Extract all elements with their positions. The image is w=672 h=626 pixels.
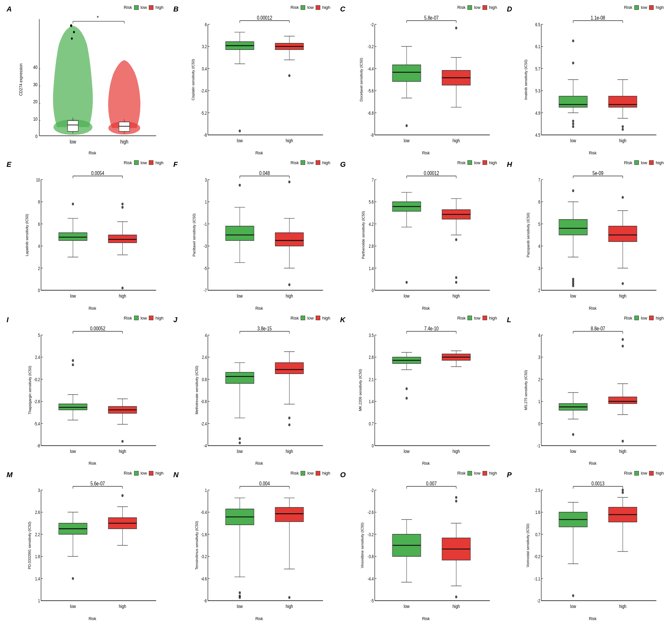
svg-text:low: low (570, 293, 576, 298)
svg-text:0.8: 0.8 (202, 377, 207, 382)
svg-text:7.4e-10: 7.4e-10 (424, 325, 439, 331)
svg-text:2.8: 2.8 (368, 355, 374, 360)
legend: Risk low high (124, 160, 163, 165)
risk-label: Risk (124, 471, 132, 476)
high-label: high (155, 471, 164, 476)
panel-title-I: I (6, 316, 8, 324)
low-label: low (307, 471, 314, 476)
svg-A: 0 10 20 30 40 low high (18, 10, 167, 149)
ylabel-P: Vorinostat sensitivity (IC50) (526, 524, 530, 567)
high-color-box (649, 160, 654, 165)
low-color-box (467, 160, 472, 165)
svg-point-489 (288, 596, 290, 599)
svg-point-132 (622, 125, 624, 128)
svg-text:high: high (452, 604, 460, 609)
low-label: low (307, 316, 314, 320)
svg-text:30: 30 (33, 82, 38, 87)
panel-I: I Risk low high Thapsigargin sensitivity… (3, 314, 168, 468)
high-color-box (482, 316, 487, 320)
svg-text:10: 10 (33, 116, 38, 122)
svg-text:0.0013: 0.0013 (592, 480, 605, 487)
svg-text:-3.2: -3.2 (367, 532, 374, 537)
svg-rect-124 (609, 96, 637, 107)
low-label: low (474, 5, 481, 10)
svg-point-417 (622, 344, 624, 347)
svg-text:-6.8: -6.8 (367, 111, 374, 116)
svg-I: -8-5.4-2.8-0.22.45 low high 0.00052 (18, 321, 167, 459)
svg-text:0: 0 (38, 288, 40, 293)
svg-text:4: 4 (538, 244, 540, 249)
svg-text:high: high (286, 448, 293, 454)
low-color-box (301, 160, 305, 165)
high-color-box (649, 316, 654, 320)
ylabel-F: Paclitaxel sensitivity (IC50) (192, 213, 196, 256)
chart-I: Thapsigargin sensitivity (IC50) -8-5.4-2… (18, 321, 167, 459)
svg-C: -8-6.8-5.6-4.4-3.2-2 low high 5.8e-07 (352, 10, 501, 149)
high-label: high (155, 5, 164, 10)
chart-P: Vorinostat sensitivity (IC50) -2-1.1-0.2… (518, 476, 667, 615)
svg-text:-8: -8 (203, 133, 207, 138)
ylabel-A: CD274 expression (19, 64, 23, 96)
panel-H: H Risk low high Pazopanib sensitivity (I… (504, 159, 669, 312)
low-label: low (474, 160, 481, 165)
risk-label: Risk (290, 471, 298, 476)
svg-text:0: 0 (371, 288, 374, 293)
svg-text:2: 2 (538, 288, 540, 293)
svg-text:-1: -1 (537, 443, 541, 448)
svg-text:4: 4 (205, 333, 207, 338)
svg-text:4: 4 (38, 244, 40, 249)
svg-B: -8-5.2-2.40.43.26 low high 0.00012 (185, 10, 334, 149)
high-label: high (489, 160, 497, 165)
svg-text:-6: -6 (203, 599, 207, 604)
svg-rect-157 (59, 233, 87, 241)
svg-text:high: high (619, 448, 626, 454)
xlabel-J: Risk (255, 461, 263, 466)
high-color-box (149, 471, 153, 476)
svg-text:high: high (286, 293, 293, 298)
svg-point-276 (572, 278, 574, 280)
high-color-box (482, 5, 487, 10)
low-label: low (141, 471, 147, 476)
svg-text:1.8: 1.8 (35, 554, 40, 559)
chart-F: Paclitaxel sensitivity (IC50) -7-5-3-113… (185, 166, 334, 304)
panel-title-C: C (340, 5, 345, 14)
legend: Risk low high (290, 471, 330, 476)
xlabel-E: Risk (89, 306, 96, 311)
svg-text:-0.2: -0.2 (534, 554, 541, 559)
low-label: low (641, 160, 647, 165)
svg-text:0.048: 0.048 (259, 170, 270, 176)
risk-label: Risk (624, 5, 632, 10)
svg-text:7: 7 (371, 177, 374, 183)
svg-point-488 (239, 596, 241, 599)
legend: Risk low high (457, 160, 497, 165)
svg-text:8: 8 (38, 200, 40, 205)
panel-title-H: H (507, 160, 512, 169)
panel-E: E Risk low high Lapatinib sensitivity (I… (3, 159, 168, 312)
svg-text:5e-09: 5e-09 (593, 170, 603, 176)
xlabel-N: Risk (255, 617, 263, 621)
svg-text:0: 0 (371, 443, 374, 448)
panel-title-O: O (340, 471, 346, 479)
svg-text:low: low (237, 604, 243, 609)
high-color-box (482, 160, 487, 165)
chart-C: Docetaxel sensitivity (IC50) -8-6.8-5.6-… (352, 10, 501, 149)
svg-text:low: low (237, 448, 243, 454)
panel-title-L: L (507, 316, 511, 324)
chart-M: PD.0332991 sensitivity (IC50) 11.41.82.2… (18, 476, 167, 615)
svg-text:2: 2 (38, 266, 40, 271)
risk-label: Risk (290, 316, 298, 320)
svg-point-131 (622, 128, 624, 130)
svg-M: 11.41.82.22.63 low high 5.6e-07 (18, 476, 167, 615)
svg-text:-5.6: -5.6 (367, 89, 374, 94)
svg-text:-3.8: -3.8 (367, 554, 374, 559)
svg-L: -101234 low high 8.8e-07 (518, 321, 667, 459)
svg-text:2.4: 2.4 (35, 355, 40, 360)
svg-point-238 (455, 276, 457, 279)
svg-rect-484 (275, 507, 303, 522)
svg-text:low: low (70, 604, 76, 609)
legend: Risk low high (290, 316, 330, 320)
svg-point-558 (622, 491, 624, 494)
svg-point-557 (572, 595, 574, 597)
svg-text:0: 0 (538, 421, 540, 426)
svg-point-203 (288, 283, 290, 286)
